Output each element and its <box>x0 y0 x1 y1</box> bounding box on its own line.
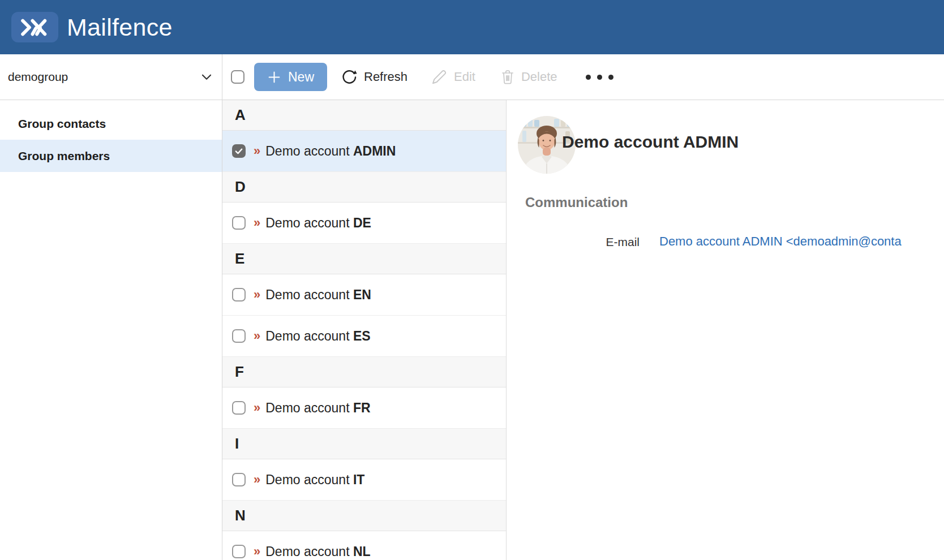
contact-checkbox[interactable] <box>232 473 246 486</box>
main-area: Group contacts Group members A » Demo ac… <box>0 100 944 560</box>
contact-name: Demo account ADMIN <box>265 144 396 159</box>
contact-name-bold: ADMIN <box>353 144 396 158</box>
letter-label: E <box>235 250 244 268</box>
contact-marker: » <box>254 544 260 559</box>
contact-name-bold: NL <box>353 544 371 559</box>
contact-name: Demo account EN <box>265 287 371 303</box>
contact-name: Demo account DE <box>265 216 371 231</box>
letter-label: A <box>235 106 246 124</box>
app-header: Mailfence <box>0 0 944 54</box>
contact-marker: » <box>254 400 260 415</box>
contact-name-text: Demo account <box>265 144 349 158</box>
plus-icon <box>267 70 281 84</box>
contact-row[interactable]: » Demo account ES <box>222 316 506 357</box>
refresh-label: Refresh <box>364 70 407 84</box>
contact-name-text: Demo account <box>265 329 349 343</box>
contact-checkbox[interactable] <box>232 144 246 158</box>
letter-label: N <box>235 507 246 524</box>
logo-mark-icon <box>18 17 52 38</box>
contact-name-bold: FR <box>353 400 371 415</box>
list-section-letter: F <box>222 357 506 387</box>
sidebar: Group contacts Group members <box>0 100 222 560</box>
contact-name-bold: DE <box>353 216 371 230</box>
list-section-letter: I <box>222 429 506 459</box>
contact-row[interactable]: » Demo account ADMIN <box>222 131 506 172</box>
subheader-row: demogroup New Refresh Edit <box>0 54 944 100</box>
contact-marker: » <box>254 329 260 343</box>
contact-name-text: Demo account <box>265 472 349 487</box>
ellipsis-icon <box>608 75 613 80</box>
contact-name-text: Demo account <box>265 544 349 559</box>
group-selector-dropdown[interactable]: demogroup <box>0 54 222 100</box>
contact-checkbox[interactable] <box>232 216 246 230</box>
checkmark-icon <box>234 146 244 156</box>
contact-name: Demo account FR <box>265 400 370 416</box>
contact-name: Demo account ES <box>265 329 370 344</box>
sidebar-item-group-members[interactable]: Group members <box>0 140 222 172</box>
delete-button[interactable]: Delete <box>500 69 557 85</box>
contact-row[interactable]: » Demo account FR <box>222 387 506 429</box>
edit-button[interactable]: Edit <box>431 68 475 85</box>
contact-marker: » <box>254 216 260 230</box>
contact-name-text: Demo account <box>265 216 349 230</box>
email-link[interactable]: Demo account ADMIN <demoadmin@conta <box>659 234 902 249</box>
select-all-checkbox[interactable] <box>231 70 244 84</box>
contact-row[interactable]: » Demo account NL <box>222 531 506 560</box>
sidebar-item-label: Group members <box>18 149 110 163</box>
new-button[interactable]: New <box>254 63 327 91</box>
contact-checkbox[interactable] <box>232 288 246 301</box>
trash-icon <box>500 69 515 85</box>
group-selector-value: demogroup <box>8 70 68 84</box>
mailfence-logo-icon[interactable] <box>11 12 58 42</box>
list-section-letter: N <box>222 501 506 531</box>
contact-name-bold: EN <box>353 287 371 302</box>
contact-row[interactable]: » Demo account DE <box>222 203 506 244</box>
sidebar-item-group-contacts[interactable]: Group contacts <box>0 107 222 140</box>
contact-name-text: Demo account <box>265 287 349 302</box>
contact-marker: » <box>254 472 260 487</box>
refresh-button[interactable]: Refresh <box>341 68 407 85</box>
contact-checkbox[interactable] <box>232 545 246 558</box>
refresh-icon <box>341 68 358 85</box>
contact-checkbox[interactable] <box>232 329 246 343</box>
list-section-letter: E <box>222 244 506 274</box>
brand-name: Mailfence <box>67 14 173 41</box>
list-section-letter: A <box>222 100 506 131</box>
contact-detail-panel: Demo account ADMIN Communication E-mail … <box>507 100 944 560</box>
more-actions-button[interactable] <box>586 71 613 83</box>
contact-checkbox[interactable] <box>232 401 246 415</box>
edit-label: Edit <box>454 70 475 84</box>
contact-name-text: Demo account <box>265 400 349 415</box>
contact-marker: » <box>254 144 260 158</box>
letter-label: F <box>235 363 244 381</box>
contact-marker: » <box>254 287 260 302</box>
list-section-letter: D <box>222 172 506 203</box>
communication-section-title: Communication <box>525 195 628 210</box>
ellipsis-icon <box>597 75 602 80</box>
letter-label: I <box>235 435 239 453</box>
chevron-down-icon <box>199 70 214 84</box>
new-button-label: New <box>288 70 314 85</box>
toolbar: New Refresh Edit D <box>222 54 944 100</box>
letter-label: D <box>235 178 246 196</box>
pencil-icon <box>431 68 448 85</box>
delete-label: Delete <box>521 70 557 84</box>
sidebar-item-label: Group contacts <box>18 117 106 131</box>
contact-name-bold: ES <box>353 329 371 343</box>
ellipsis-icon <box>586 75 591 80</box>
contact-name: Demo account NL <box>265 544 370 559</box>
contact-row[interactable]: » Demo account IT <box>222 459 506 501</box>
contact-title: Demo account ADMIN <box>562 132 739 152</box>
contact-name: Demo account IT <box>265 472 364 488</box>
email-label: E-mail <box>507 235 640 249</box>
contact-name-bold: IT <box>353 472 364 487</box>
contact-row[interactable]: » Demo account EN <box>222 274 506 316</box>
contact-list: A » Demo account ADMIN D » Demo account … <box>222 100 507 560</box>
